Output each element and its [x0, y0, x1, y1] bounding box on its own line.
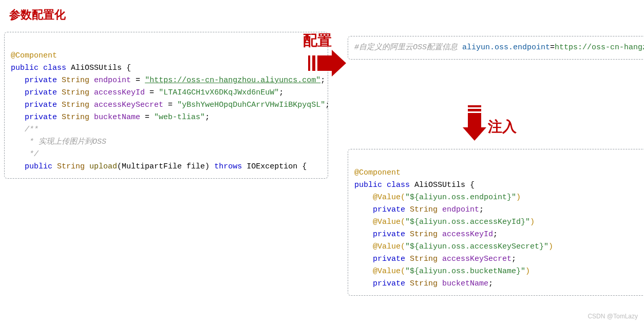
kw: private: [373, 279, 405, 288]
var: bucketName: [94, 113, 140, 122]
close: ): [530, 218, 535, 226]
var: accessKeyId: [94, 88, 145, 97]
annotation: @Value(: [373, 242, 405, 251]
type: String: [62, 113, 89, 122]
semi: ;: [493, 230, 498, 239]
annotation: @Value(: [373, 193, 405, 202]
kw: class: [387, 181, 410, 189]
eq: =: [163, 101, 177, 109]
comment: #自定义的阿里云OSS配置信息: [354, 43, 458, 52]
type: String: [62, 76, 89, 85]
var: bucketName: [442, 279, 488, 288]
label-config: 配置: [303, 31, 332, 50]
kw: private: [25, 76, 57, 85]
eq: =: [145, 88, 159, 97]
prop-key: aliyun.oss.endpoint: [462, 43, 550, 52]
annotation: @Component: [11, 51, 57, 60]
var: accessKeySecret: [442, 255, 512, 263]
kw: private: [373, 230, 405, 239]
kw: private: [25, 88, 57, 97]
str: "${aliyun.oss.accessKeyId}": [405, 218, 530, 226]
args: (MultipartFile file): [117, 162, 214, 171]
var: accessKeySecret: [94, 101, 163, 109]
str: "yBshYweHOpqDuhCArrVHwIiBKpyqSL": [177, 101, 325, 109]
annotation: @Value(: [373, 267, 405, 276]
semi: ;: [512, 255, 516, 263]
code-box-hardcoded: @Component public class AliOSSUtils { pr…: [4, 32, 328, 179]
type: String: [62, 88, 89, 97]
type: String: [410, 255, 438, 263]
method: upload: [89, 162, 117, 171]
annotation: @Component: [354, 168, 401, 177]
code-box-value-annotation: @Component public class AliOSSUtils { @V…: [348, 149, 644, 296]
semi: ;: [205, 113, 210, 122]
kw: private: [25, 101, 57, 109]
class-name: AliOSSUtils {: [71, 64, 131, 72]
kw: private: [373, 255, 405, 263]
eq: =: [136, 76, 145, 85]
var: endpoint: [94, 76, 131, 85]
str: "${aliyun.oss.endpoint}": [405, 193, 516, 202]
comment: * 实现上传图片到OSS: [25, 138, 106, 146]
var: accessKeyId: [442, 230, 493, 239]
var: endpoint: [442, 205, 479, 214]
comment: */: [25, 150, 39, 159]
annotation: @Value(: [373, 218, 405, 226]
type: String: [410, 205, 438, 214]
str: "web-tlias": [154, 113, 205, 122]
semi: ;: [320, 76, 325, 85]
kw: private: [25, 113, 57, 122]
kw: public: [11, 64, 39, 72]
kw: throws: [214, 162, 242, 171]
str: "${aliyun.oss.accessKeySecret}": [405, 242, 548, 251]
close: ): [525, 267, 530, 276]
tail: IOException {: [242, 162, 307, 171]
comment: /**: [25, 125, 39, 134]
semi: ;: [488, 279, 493, 288]
type: String: [410, 230, 438, 239]
type: String: [57, 162, 85, 171]
close: ): [516, 193, 521, 202]
class-name: AliOSSUtils {: [414, 181, 475, 189]
kw: class: [43, 64, 66, 72]
str: "${aliyun.oss.bucketName}": [405, 267, 525, 276]
semi: ;: [325, 101, 328, 109]
prop-val: https://oss-cn-hangzhou.aliyuncs.com: [555, 43, 644, 52]
eq: =: [140, 113, 154, 122]
str: "https://oss-cn-hangzhou.aliyuncs.com": [145, 76, 320, 85]
str: "LTAI4GCH1vX6DKqJWxd6nEuW": [159, 88, 279, 97]
close: ): [548, 242, 553, 251]
watermark: CSDN @TomLazy: [588, 313, 638, 320]
kw: private: [373, 205, 405, 214]
semi: ;: [479, 205, 484, 214]
semi: ;: [279, 88, 283, 97]
type: String: [410, 279, 438, 288]
kw: public: [25, 162, 52, 171]
type: String: [62, 101, 89, 109]
page-title: 参数配置化: [9, 7, 639, 23]
label-inject: 注入: [488, 117, 517, 137]
code-box-properties: #自定义的阿里云OSS配置信息 aliyun.oss.endpoint=http…: [348, 36, 644, 60]
kw: public: [354, 181, 382, 189]
